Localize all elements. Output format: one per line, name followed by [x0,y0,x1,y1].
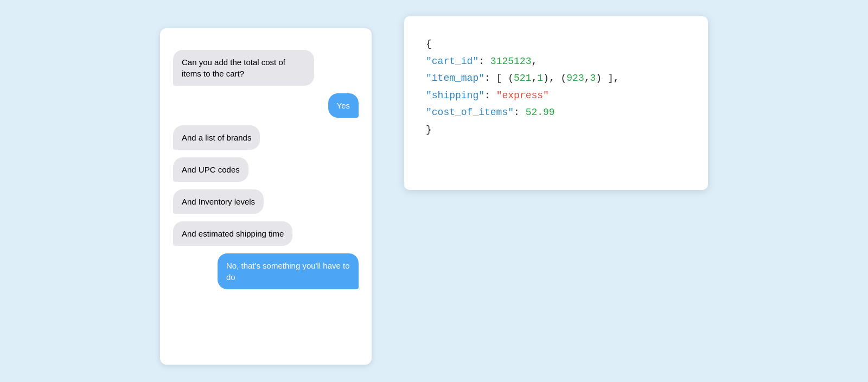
code-val-4: 52.99 [526,107,555,118]
message-row-1: Can you add the total cost of items to t… [173,50,359,86]
message-row-3: And a list of brands [173,125,359,150]
bubble-7: No, that's something you'll have to do [218,253,359,289]
bubble-text-6: And estimated shipping time [182,229,284,238]
message-row-5: And Inventory levels [173,189,359,214]
code-brace-open: { [426,36,686,53]
code-val-3: "express" [496,90,549,101]
chat-panel: Can you add the total cost of items to t… [160,28,372,365]
code-line-2: "item_map": [ (521,1), (923,3) ], [426,70,686,87]
message-row-6: And estimated shipping time [173,221,359,246]
bubble-1: Can you add the total cost of items to t… [173,50,314,86]
bubble-text-5: And Inventory levels [182,197,255,206]
message-row-4: And UPC codes [173,157,359,182]
message-row-2: Yes [173,93,359,118]
message-row-7: No, that's something you'll have to do [173,253,359,289]
code-line-1: "cart_id": 3125123, [426,53,686,71]
bubble-text-2: Yes [337,101,350,110]
code-key-3: "shipping" [426,90,484,101]
code-key-2: "item_map" [426,73,484,84]
code-line-4: "cost_of_items": 52.99 [426,104,686,122]
code-line-3: "shipping": "express" [426,87,686,105]
bubble-text-3: And a list of brands [182,133,251,142]
bubble-text-1: Can you add the total cost of items to t… [182,58,285,78]
bubble-4: And UPC codes [173,157,248,182]
bubble-6: And estimated shipping time [173,221,292,246]
bubble-text-4: And UPC codes [182,165,240,174]
bubble-5: And Inventory levels [173,189,264,214]
bubble-text-7: No, that's something you'll have to do [226,261,350,282]
code-brace-close: } [426,122,686,139]
code-key-1: "cart_id" [426,56,478,67]
code-panel: { "cart_id": 3125123, "item_map": [ (521… [404,16,708,190]
bubble-2: Yes [328,93,359,118]
code-val-1: 3125123 [490,56,532,67]
code-key-4: "cost_of_items" [426,107,514,118]
bubble-3: And a list of brands [173,125,260,150]
